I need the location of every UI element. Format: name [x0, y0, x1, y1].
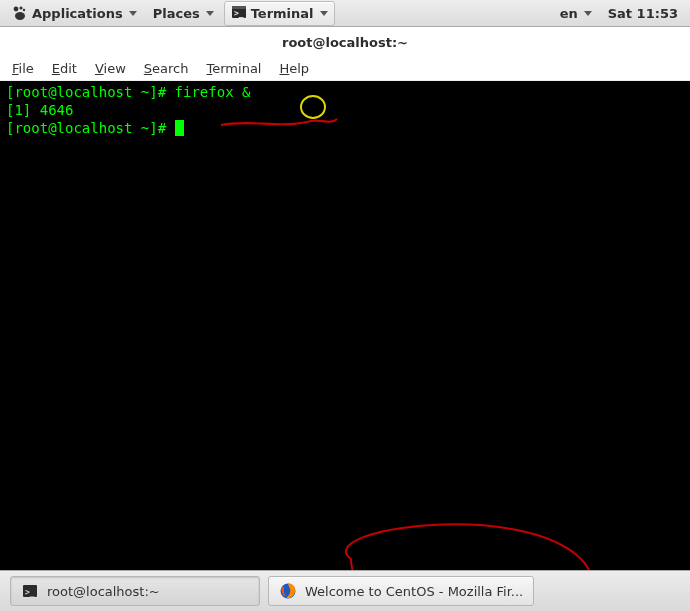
bottom-panel: >_ root@localhost:~ Welcome to CentOS - …	[0, 570, 690, 611]
command-1: firefox &	[175, 84, 251, 100]
active-app-label: Terminal	[251, 6, 314, 21]
language-indicator[interactable]: en	[554, 4, 598, 23]
terminal-menubar: FFileile Edit View Search Terminal Help	[0, 57, 690, 81]
taskbar-item-label: root@localhost:~	[47, 584, 160, 599]
svg-point-3	[15, 12, 25, 20]
prompt-1: [root@localhost ~]#	[6, 84, 175, 100]
language-label: en	[560, 6, 578, 21]
svg-point-7	[301, 96, 325, 118]
applications-label: Applications	[32, 6, 123, 21]
terminal-icon: >_	[21, 582, 39, 600]
menu-search[interactable]: Search	[144, 61, 189, 76]
taskbar-item-terminal[interactable]: >_ root@localhost:~	[10, 576, 260, 606]
chevron-down-icon	[206, 11, 214, 16]
annotation-overlay	[0, 81, 690, 611]
gnome-foot-icon	[12, 5, 28, 21]
menu-edit[interactable]: Edit	[52, 61, 77, 76]
taskbar-item-firefox[interactable]: Welcome to CentOS - Mozilla Fir...	[268, 576, 534, 606]
chevron-down-icon	[129, 11, 137, 16]
top-panel: Applications Places >_ Terminal en Sat 1…	[0, 0, 690, 27]
prompt-2: [root@localhost ~]#	[6, 120, 175, 136]
svg-point-2	[23, 9, 25, 11]
svg-text:>_: >_	[25, 588, 35, 597]
clock-label: Sat 11:53	[608, 6, 678, 21]
terminal-body[interactable]: [root@localhost ~]# firefox & [1] 4646 […	[0, 81, 690, 570]
svg-point-0	[14, 7, 19, 12]
menu-file[interactable]: FFileile	[12, 61, 34, 76]
applications-menu[interactable]: Applications	[6, 3, 143, 23]
terminal-window: root@localhost:~ FFileile Edit View Sear…	[0, 27, 690, 570]
menu-terminal[interactable]: Terminal	[207, 61, 262, 76]
menu-help[interactable]: Help	[279, 61, 309, 76]
taskbar-item-label: Welcome to CentOS - Mozilla Fir...	[305, 584, 523, 599]
menu-view[interactable]: View	[95, 61, 126, 76]
window-title: root@localhost:~	[282, 35, 408, 50]
svg-text:>_: >_	[234, 9, 244, 18]
output-line: [1] 4646	[6, 102, 73, 118]
svg-point-1	[19, 6, 22, 9]
chevron-down-icon	[584, 11, 592, 16]
places-menu[interactable]: Places	[147, 4, 220, 23]
window-titlebar[interactable]: root@localhost:~	[0, 27, 690, 57]
cursor	[175, 120, 184, 136]
firefox-icon	[279, 582, 297, 600]
chevron-down-icon	[320, 11, 328, 16]
terminal-icon: >_	[231, 4, 247, 23]
clock[interactable]: Sat 11:53	[602, 4, 684, 23]
active-app-indicator[interactable]: >_ Terminal	[224, 1, 335, 26]
places-label: Places	[153, 6, 200, 21]
